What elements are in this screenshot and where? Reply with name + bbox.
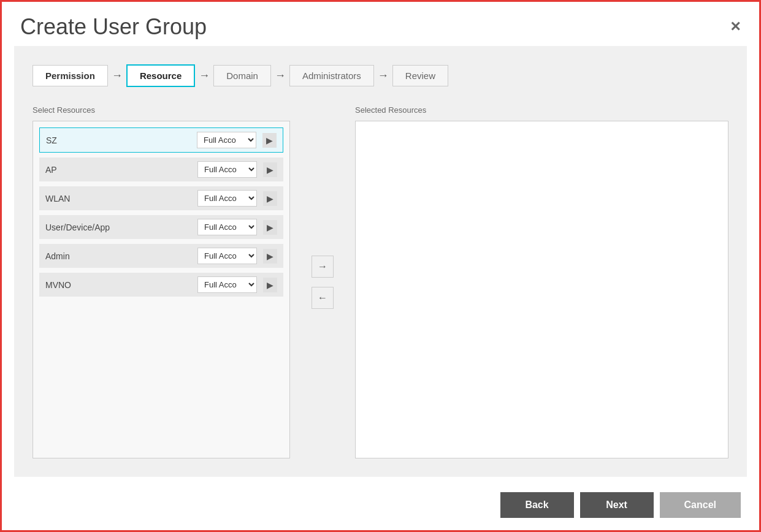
resource-access-admin[interactable]: Full Acco Read Only No Access (197, 248, 257, 264)
arrow-2: → (199, 69, 210, 82)
step-resource[interactable]: Resource (126, 64, 195, 87)
step-review[interactable]: Review (392, 65, 448, 86)
selected-resources-panel: Selected Resources (355, 105, 728, 458)
resource-expand-user-device-app[interactable]: ▶ (263, 220, 277, 235)
dialog-title: Create User Group (20, 14, 207, 40)
content-area: Select Resources SZ Full Acco Read Only … (33, 105, 728, 458)
stepper: Permission → Resource → Domain → Adminis… (33, 64, 728, 87)
select-resources-panel: Select Resources SZ Full Acco Read Only … (33, 105, 290, 458)
back-button[interactable]: Back (500, 492, 574, 518)
create-user-group-dialog: Create User Group ✕ Permission → Resourc… (0, 0, 761, 532)
resource-name-wlan: WLAN (45, 194, 191, 203)
arrow-4: → (378, 69, 389, 82)
left-arrow-icon: ← (318, 292, 327, 303)
resource-expand-sz[interactable]: ▶ (262, 133, 277, 148)
dialog-body: Permission → Resource → Domain → Adminis… (14, 46, 747, 477)
selected-resources-label: Selected Resources (355, 105, 728, 115)
resource-row-admin[interactable]: Admin Full Acco Read Only No Access ▶ (39, 244, 283, 268)
resource-row-ap[interactable]: AP Full Acco Read Only No Access ▶ (39, 158, 283, 181)
resource-name-admin: Admin (45, 251, 191, 261)
dialog-footer: Back Next Cancel (2, 483, 759, 530)
resource-access-mvno[interactable]: Full Acco Read Only No Access (197, 276, 257, 293)
resource-expand-ap[interactable]: ▶ (263, 162, 277, 177)
select-resources-label: Select Resources (33, 105, 290, 115)
next-button[interactable]: Next (580, 492, 654, 518)
resource-row-wlan[interactable]: WLAN Full Acco Read Only No Access ▶ (39, 186, 283, 210)
resources-list-box: SZ Full Acco Read Only No Access ▶ AP Fu… (33, 121, 290, 458)
dialog-header: Create User Group ✕ (2, 2, 759, 46)
resource-row-user-device-app[interactable]: User/Device/App Full Acco Read Only No A… (39, 215, 283, 239)
step-permission[interactable]: Permission (33, 65, 108, 86)
step-administrators[interactable]: Administrators (289, 65, 374, 86)
resource-access-sz[interactable]: Full Acco Read Only No Access (197, 132, 256, 148)
resource-expand-mvno[interactable]: ▶ (263, 278, 277, 292)
resource-access-wlan[interactable]: Full Acco Read Only No Access (197, 190, 257, 207)
resource-access-ap[interactable]: Full Acco Read Only No Access (197, 161, 257, 178)
resource-row-sz[interactable]: SZ Full Acco Read Only No Access ▶ (39, 127, 283, 153)
resource-name-mvno: MVNO (45, 280, 191, 290)
resource-name-sz: SZ (46, 135, 191, 145)
resource-expand-admin[interactable]: ▶ (263, 249, 277, 264)
step-domain[interactable]: Domain (213, 65, 271, 86)
selected-resources-box (355, 121, 728, 458)
cancel-button[interactable]: Cancel (660, 492, 741, 518)
arrow-1: → (112, 69, 123, 82)
arrow-3: → (275, 69, 286, 82)
resource-name-ap: AP (45, 165, 191, 175)
resource-name-user-device-app: User/Device/App (45, 222, 191, 232)
transfer-buttons: → ← (302, 105, 343, 458)
resource-row-mvno[interactable]: MVNO Full Acco Read Only No Access ▶ (39, 273, 283, 297)
resource-access-user-device-app[interactable]: Full Acco Read Only No Access (197, 219, 257, 235)
close-button[interactable]: ✕ (730, 20, 741, 34)
resource-expand-wlan[interactable]: ▶ (263, 191, 277, 206)
add-to-selected-button[interactable]: → (312, 256, 334, 278)
remove-from-selected-button[interactable]: ← (312, 287, 334, 309)
right-arrow-icon: → (318, 261, 327, 272)
